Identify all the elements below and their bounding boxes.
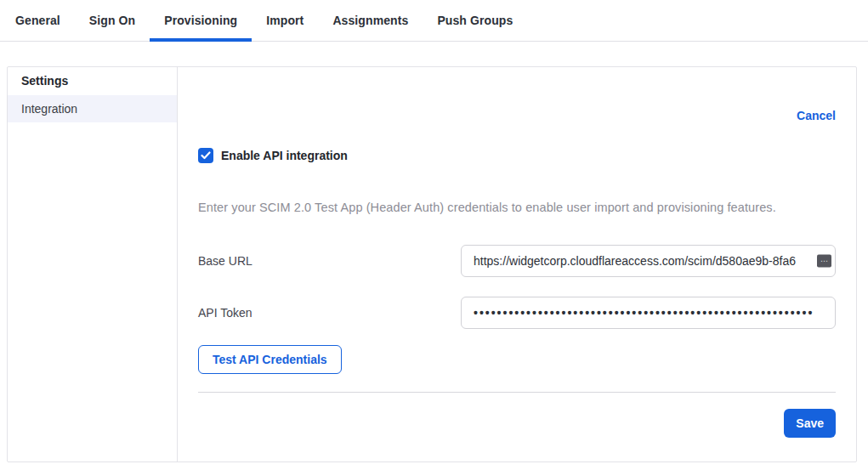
- test-api-credentials-button[interactable]: Test API Credentials: [198, 345, 342, 374]
- base-url-row: Base URL ⋯: [198, 245, 836, 277]
- tab-provisioning[interactable]: Provisioning: [150, 0, 252, 41]
- api-token-input-wrap: [461, 297, 836, 329]
- sidebar-item-integration[interactable]: Integration: [8, 95, 177, 122]
- tab-sign-on[interactable]: Sign On: [75, 0, 150, 41]
- integration-settings-form: Cancel Enable API integration Enter your…: [178, 67, 856, 462]
- api-token-label: API Token: [198, 306, 461, 320]
- credentials-description: Enter your SCIM 2.0 Test App (Header Aut…: [198, 201, 836, 214]
- footer-divider: [198, 392, 836, 393]
- app-tab-bar: General Sign On Provisioning Import Assi…: [0, 0, 868, 42]
- tab-import[interactable]: Import: [252, 0, 318, 41]
- tab-assignments[interactable]: Assignments: [318, 0, 423, 41]
- save-row: Save: [198, 409, 836, 438]
- api-token-row: API Token: [198, 297, 836, 329]
- tab-push-groups[interactable]: Push Groups: [423, 0, 527, 41]
- cancel-link[interactable]: Cancel: [797, 109, 836, 122]
- base-url-label: Base URL: [198, 254, 461, 268]
- test-credentials-row: Test API Credentials: [198, 345, 836, 374]
- provisioning-panel: Settings Integration Cancel Enable API i…: [7, 66, 857, 462]
- sidebar-header: Settings: [8, 67, 177, 95]
- cancel-row: Cancel: [198, 108, 836, 122]
- settings-sidebar: Settings Integration: [8, 67, 178, 462]
- base-url-input-wrap: ⋯: [461, 245, 836, 277]
- enable-api-integration-row: Enable API integration: [198, 148, 836, 163]
- checkmark-icon: [201, 151, 211, 160]
- api-token-input[interactable]: [461, 297, 836, 329]
- base-url-input[interactable]: [461, 245, 836, 277]
- save-button[interactable]: Save: [784, 409, 836, 438]
- tab-general[interactable]: General: [1, 0, 75, 41]
- enable-api-integration-checkbox[interactable]: [198, 148, 213, 163]
- enable-api-integration-label[interactable]: Enable API integration: [221, 149, 348, 162]
